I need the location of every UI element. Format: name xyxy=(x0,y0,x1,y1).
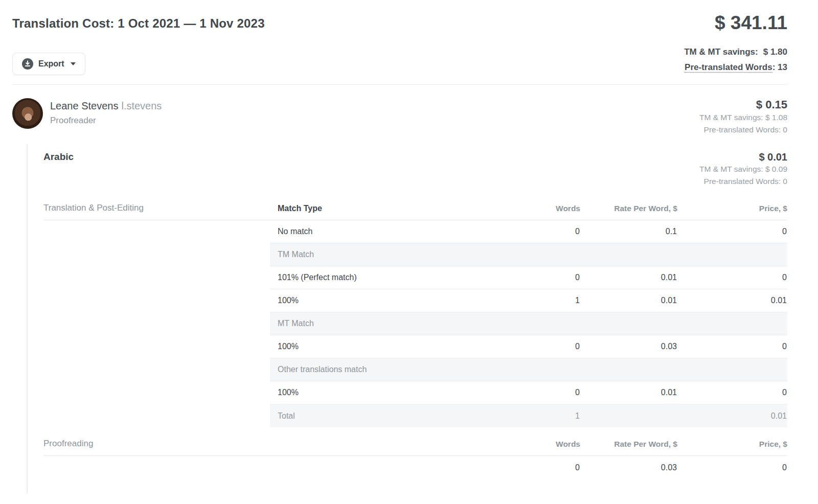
cell-words: 1 xyxy=(504,296,580,305)
column-header-words: Words xyxy=(504,440,580,449)
column-header-match-type: Match Type xyxy=(270,204,504,213)
user-full-name: Leane Stevens xyxy=(50,100,118,111)
column-header-price: Price, $ xyxy=(677,440,787,449)
translation-post-editing-table: Translation & Post-Editing Match Type Wo… xyxy=(43,203,787,427)
cell-rate: 0.01 xyxy=(580,388,677,397)
language-header: Arabic $ 0.01 TM & MT savings: $ 0.09 Pr… xyxy=(43,144,787,188)
cell-words: 0 xyxy=(504,273,580,282)
table-row: 0 0.03 0 xyxy=(270,456,787,479)
table-row: 100% 0 0.03 0 xyxy=(270,335,787,358)
tm-mt-savings-line: TM & MT savings:$ 1.80 xyxy=(684,44,787,60)
cell-words: 0 xyxy=(504,388,580,397)
user-username: l.stevens xyxy=(121,100,162,111)
cell-rate: 0.01 xyxy=(580,273,677,282)
cell-group-label: MT Match xyxy=(270,319,787,328)
cell-match-type: 100% xyxy=(270,296,504,305)
table-group-row: TM Match xyxy=(270,243,787,266)
column-headers: Match Type Words Rate Per Word, $ Price,… xyxy=(270,204,787,213)
user-row: Leane Stevensl.stevens Proofreader $ 0.1… xyxy=(12,85,787,136)
language-savings-line: TM & MT savings: $ 0.09 xyxy=(699,163,787,175)
cell-match-type: 101% (Perfect match) xyxy=(270,273,504,282)
user-savings-line: TM & MT savings: $ 1.08 xyxy=(699,111,787,124)
language-cost-summary: $ 0.01 TM & MT savings: $ 0.09 Pre-trans… xyxy=(699,151,787,188)
cell-match-type: 100% xyxy=(270,388,504,397)
page-title: Translation Cost: 1 Oct 2021 — 1 Nov 202… xyxy=(12,16,265,31)
cell-words: 1 xyxy=(504,411,580,421)
cell-rate: 0.03 xyxy=(580,463,677,472)
cell-price: 0 xyxy=(677,273,787,282)
user-name-line: Leane Stevensl.stevens xyxy=(50,100,162,112)
tm-mt-savings-label: TM & MT savings: xyxy=(684,47,758,57)
table-row: No match 0 0.1 0 xyxy=(270,220,787,243)
cell-price: 0 xyxy=(677,227,787,236)
header-toolbar: Export TM & MT savings:$ 1.80 Pre-transl… xyxy=(12,44,787,75)
table-body: 0 0.03 0 xyxy=(270,456,787,479)
table-body: No match 0 0.1 0 TM Match 101% (Perfect … xyxy=(270,220,787,427)
cell-words: 0 xyxy=(504,342,580,351)
cell-words: 0 xyxy=(504,227,580,236)
column-header-price: Price, $ xyxy=(677,204,787,213)
cell-group-label: Other translations match xyxy=(270,365,787,374)
grand-total: $ 341.11 xyxy=(715,13,787,32)
column-header-rate: Rate Per Word, $ xyxy=(580,204,677,213)
user-pretranslated-line: Pre-translated Words: 0 xyxy=(699,124,787,136)
table-header: Proofreading Words Rate Per Word, $ Pric… xyxy=(43,439,787,456)
proofreading-table: Proofreading Words Rate Per Word, $ Pric… xyxy=(43,439,787,479)
section-label: Translation & Post-Editing xyxy=(43,203,270,213)
cell-match-type: 100% xyxy=(270,342,504,351)
section-label: Proofreading xyxy=(43,439,270,449)
pretranslated-words-value: : 13 xyxy=(772,62,787,72)
cell-words: 0 xyxy=(504,463,580,472)
column-header-words: Words xyxy=(504,204,580,213)
language-pretranslated-line: Pre-translated Words: 0 xyxy=(699,175,787,188)
user-identity: Leane Stevensl.stevens Proofreader xyxy=(50,98,162,136)
cell-price: 0 xyxy=(677,463,787,472)
table-group-row: MT Match xyxy=(270,312,787,335)
column-headers: Words Rate Per Word, $ Price, $ xyxy=(270,440,787,449)
cell-total-label: Total xyxy=(270,411,504,421)
export-button-label: Export xyxy=(38,59,64,68)
cell-rate: 0.01 xyxy=(580,296,677,305)
language-total: $ 0.01 xyxy=(699,151,787,163)
cell-price: 0 xyxy=(677,342,787,351)
table-total-row: Total 1 0.01 xyxy=(270,404,787,427)
cell-group-label: TM Match xyxy=(270,250,787,259)
cell-rate: 0.1 xyxy=(580,227,677,236)
report-savings-summary: TM & MT savings:$ 1.80 Pre-translated Wo… xyxy=(684,44,787,75)
user-total: $ 0.15 xyxy=(699,98,787,111)
tm-mt-savings-value: $ 1.80 xyxy=(763,47,787,57)
cell-price: 0.01 xyxy=(677,411,787,421)
avatar xyxy=(12,98,43,129)
user-info: Leane Stevensl.stevens Proofreader xyxy=(12,98,162,136)
chevron-down-icon xyxy=(71,62,76,65)
user-cost-summary: $ 0.15 TM & MT savings: $ 1.08 Pre-trans… xyxy=(699,98,787,136)
language-name: Arabic xyxy=(43,151,74,188)
export-button[interactable]: Export xyxy=(12,53,85,75)
column-header-rate: Rate Per Word, $ xyxy=(580,440,677,449)
table-row: 100% 1 0.01 0.01 xyxy=(270,289,787,312)
cell-price: 0 xyxy=(677,388,787,397)
table-header: Translation & Post-Editing Match Type Wo… xyxy=(43,203,787,220)
table-row: 100% 0 0.01 0 xyxy=(270,381,787,404)
download-circle-icon xyxy=(22,58,33,70)
user-role: Proofreader xyxy=(50,116,162,126)
pretranslated-words-line: Pre-translated Words: 13 xyxy=(684,60,787,75)
translation-cost-report: Translation Cost: 1 Oct 2021 — 1 Nov 202… xyxy=(0,0,818,493)
cell-match-type: No match xyxy=(270,227,504,236)
language-section: Arabic $ 0.01 TM & MT savings: $ 0.09 Pr… xyxy=(27,144,787,493)
cell-rate: 0.03 xyxy=(580,342,677,351)
pretranslated-words-tooltip-trigger[interactable]: Pre-translated Words xyxy=(685,62,772,73)
table-group-row: Other translations match xyxy=(270,358,787,381)
cell-price: 0.01 xyxy=(677,296,787,305)
table-row: 101% (Perfect match) 0 0.01 0 xyxy=(270,266,787,289)
report-header: Translation Cost: 1 Oct 2021 — 1 Nov 202… xyxy=(12,0,787,32)
